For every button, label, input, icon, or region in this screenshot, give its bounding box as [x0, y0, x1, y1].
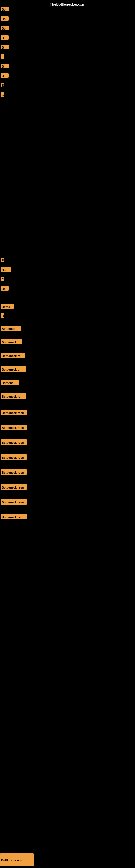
badge-badge-3[interactable]: Bo	[1, 26, 9, 30]
badge-badge-15[interactable]: Bottle	[1, 304, 14, 309]
badge-badge-8[interactable]: B	[1, 73, 9, 78]
badge-badge-16[interactable]: B	[1, 313, 4, 318]
badge-badge-14[interactable]: Bo	[1, 286, 9, 290]
badge-badge-2[interactable]: Bo	[1, 16, 9, 21]
badge-badge-9[interactable]: E	[1, 83, 4, 87]
badge-badge-30[interactable]: Bottleneck re	[1, 514, 27, 520]
badge-badge-18[interactable]: Bottleneck	[1, 339, 22, 344]
badge-badge-13[interactable]: C	[1, 277, 4, 281]
badge-badge-7[interactable]: B	[1, 64, 9, 68]
badge-badge-22[interactable]: Bottleneck re	[1, 393, 26, 399]
badge-badge-1[interactable]: Bo	[1, 7, 9, 11]
badge-badge-21[interactable]: Bottlene	[1, 380, 19, 385]
badge-badge-17[interactable]: Bottlenec	[1, 326, 21, 331]
badge-badge-6[interactable]: i	[1, 54, 4, 59]
badge-badge-31[interactable]: Bottleneck res	[0, 854, 34, 866]
badge-badge-20[interactable]: Bottleneck d	[1, 366, 26, 372]
badge-badge-23[interactable]: Bottleneck resu	[1, 410, 27, 415]
badge-badge-12[interactable]: Bott	[1, 267, 11, 272]
badge-badge-19[interactable]: Bottleneck re	[1, 352, 25, 358]
site-title: TheBottlenecker.com	[50, 2, 85, 6]
badge-badge-28[interactable]: Bottleneck resu	[1, 484, 27, 490]
badge-badge-26[interactable]: Bottleneck resu	[1, 454, 27, 460]
badge-badge-11[interactable]: E	[1, 258, 4, 262]
badge-badge-24[interactable]: Bottleneck resu	[1, 425, 27, 430]
badge-badge-29[interactable]: Bottleneck resu	[1, 499, 27, 504]
badge-badge-5[interactable]: B	[1, 45, 9, 49]
badge-badge-25[interactable]: Bottleneck resu	[1, 439, 27, 445]
badge-badge-10[interactable]: S	[1, 92, 4, 97]
badge-badge-4[interactable]: B	[1, 35, 9, 40]
badge-badge-27[interactable]: Bottleneck resu	[1, 469, 27, 475]
